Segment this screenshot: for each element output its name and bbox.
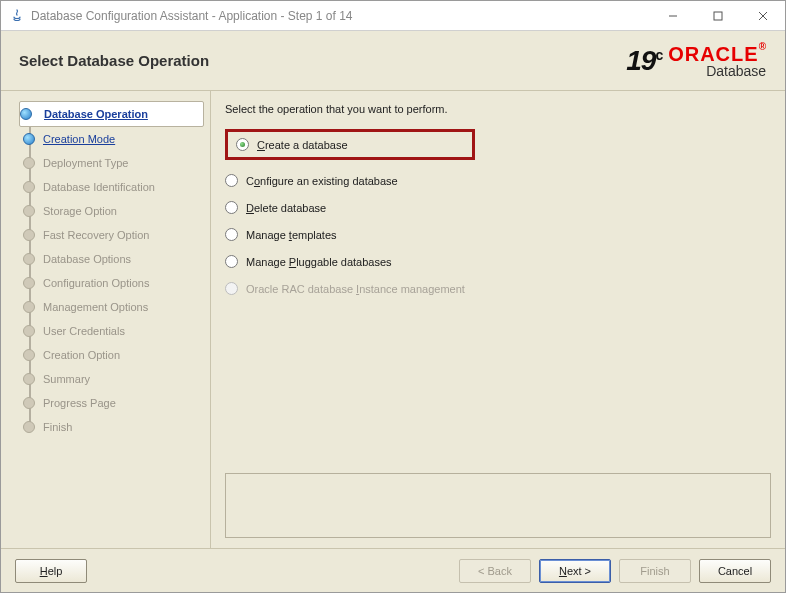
step-label: User Credentials — [43, 325, 125, 337]
java-icon — [9, 8, 25, 24]
step-label: Configuration Options — [43, 277, 149, 289]
step-label: Creation Option — [43, 349, 120, 361]
step-label: Fast Recovery Option — [43, 229, 149, 241]
step-bullet-icon — [23, 253, 35, 265]
help-button[interactable]: Help — [15, 559, 87, 583]
radio-icon — [225, 228, 238, 241]
sidebar-step-summary: Summary — [23, 367, 204, 391]
sidebar-step-configuration-options: Configuration Options — [23, 271, 204, 295]
radio-oracle-rac-database-instance-management: Oracle RAC database Instance management — [225, 282, 771, 295]
step-sidebar: Database OperationCreation ModeDeploymen… — [1, 91, 211, 548]
sidebar-step-fast-recovery-option: Fast Recovery Option — [23, 223, 204, 247]
step-label: Creation Mode — [43, 133, 115, 145]
oracle-wordmark: ORACLE® — [668, 44, 767, 64]
brand-logo: 19c ORACLE® Database — [626, 44, 767, 78]
svg-rect-1 — [714, 12, 722, 20]
step-bullet-icon — [23, 397, 35, 409]
radio-icon — [225, 282, 238, 295]
step-bullet-icon — [23, 229, 35, 241]
radio-label: Manage Pluggable databases — [246, 256, 392, 268]
sidebar-step-management-options: Management Options — [23, 295, 204, 319]
back-button: < Back — [459, 559, 531, 583]
step-bullet-icon — [20, 108, 32, 120]
header: Select Database Operation 19c ORACLE® Da… — [1, 31, 785, 91]
step-bullet-icon — [23, 301, 35, 313]
step-label: Database Operation — [44, 108, 148, 120]
finish-button: Finish — [619, 559, 691, 583]
sidebar-step-user-credentials: User Credentials — [23, 319, 204, 343]
step-label: Database Identification — [43, 181, 155, 193]
highlighted-option: Create a database — [225, 129, 475, 160]
step-bullet-icon — [23, 181, 35, 193]
radio-label: Manage templates — [246, 229, 337, 241]
radio-create-a-database[interactable]: Create a database — [236, 138, 464, 151]
step-label: Database Options — [43, 253, 131, 265]
radio-label: Create a database — [257, 139, 348, 151]
next-button[interactable]: Next > — [539, 559, 611, 583]
cancel-button[interactable]: Cancel — [699, 559, 771, 583]
sidebar-step-database-options: Database Options — [23, 247, 204, 271]
sidebar-step-finish: Finish — [23, 415, 204, 439]
radio-icon — [225, 201, 238, 214]
step-label: Management Options — [43, 301, 148, 313]
brand-subtitle: Database — [706, 64, 766, 78]
radio-icon — [236, 138, 249, 151]
version-text: 19c — [626, 45, 662, 77]
step-bullet-icon — [23, 373, 35, 385]
sidebar-step-database-operation[interactable]: Database Operation — [19, 101, 204, 127]
step-bullet-icon — [23, 205, 35, 217]
radio-icon — [225, 255, 238, 268]
step-label: Storage Option — [43, 205, 117, 217]
step-bullet-icon — [23, 157, 35, 169]
footer: Help < Back Next > Finish Cancel — [1, 548, 785, 592]
radio-configure-an-existing-database[interactable]: Configure an existing database — [225, 174, 771, 187]
sidebar-step-database-identification: Database Identification — [23, 175, 204, 199]
close-button[interactable] — [740, 1, 785, 30]
step-label: Progress Page — [43, 397, 116, 409]
main-content: Select the operation that you want to pe… — [211, 91, 785, 548]
titlebar: Database Configuration Assistant - Appli… — [1, 1, 785, 31]
step-label: Summary — [43, 373, 90, 385]
radio-label: Oracle RAC database Instance management — [246, 283, 465, 295]
step-label: Finish — [43, 421, 72, 433]
step-label: Deployment Type — [43, 157, 128, 169]
step-bullet-icon — [23, 421, 35, 433]
sidebar-step-deployment-type: Deployment Type — [23, 151, 204, 175]
radio-icon — [225, 174, 238, 187]
minimize-button[interactable] — [650, 1, 695, 30]
radio-manage-pluggable-databases[interactable]: Manage Pluggable databases — [225, 255, 771, 268]
maximize-button[interactable] — [695, 1, 740, 30]
radio-label: Configure an existing database — [246, 175, 398, 187]
instruction-text: Select the operation that you want to pe… — [225, 103, 771, 115]
window-title: Database Configuration Assistant - Appli… — [31, 9, 650, 23]
radio-manage-templates[interactable]: Manage templates — [225, 228, 771, 241]
step-bullet-icon — [23, 133, 35, 145]
description-panel — [225, 473, 771, 538]
radio-delete-database[interactable]: Delete database — [225, 201, 771, 214]
step-bullet-icon — [23, 277, 35, 289]
sidebar-step-creation-option: Creation Option — [23, 343, 204, 367]
operation-options: Create a databaseConfigure an existing d… — [225, 129, 771, 295]
sidebar-step-storage-option: Storage Option — [23, 199, 204, 223]
sidebar-step-creation-mode[interactable]: Creation Mode — [23, 127, 204, 151]
radio-label: Delete database — [246, 202, 326, 214]
sidebar-step-progress-page: Progress Page — [23, 391, 204, 415]
page-title: Select Database Operation — [19, 52, 626, 69]
step-bullet-icon — [23, 325, 35, 337]
step-bullet-icon — [23, 349, 35, 361]
window-controls — [650, 1, 785, 30]
